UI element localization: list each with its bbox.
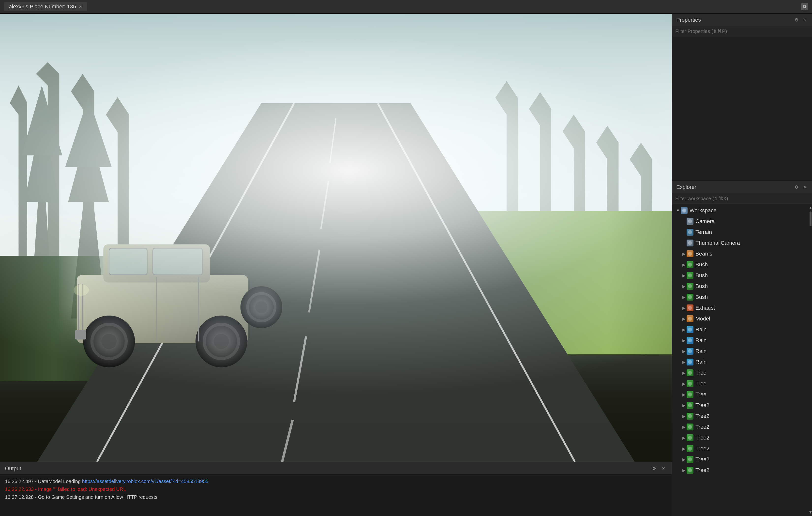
tree-arrow-tree2b[interactable]: ▶ <box>681 413 687 419</box>
tree-arrow-tree2g[interactable]: ▶ <box>681 467 687 473</box>
tree-arrow-bush1[interactable]: ▶ <box>681 262 687 267</box>
tree-arrow-tree2a[interactable]: ▶ <box>681 403 687 408</box>
explorer-item-beams[interactable]: ▶Beams <box>672 249 809 259</box>
tree-arrow-beams[interactable]: ▶ <box>681 251 687 257</box>
tree-arrow-tree2e[interactable]: ▶ <box>681 446 687 451</box>
explorer-item-rain4[interactable]: ▶Rain <box>672 356 809 368</box>
svg-point-46 <box>688 230 692 234</box>
tree-icon-thumbnail <box>687 239 693 247</box>
explorer-header: Explorer ⚙ × <box>672 181 812 193</box>
explorer-filter-bar[interactable] <box>672 193 812 204</box>
explorer-item-bush3[interactable]: ▶Bush <box>672 281 809 292</box>
log-text-2: 16:26:22.633 - Image "" failed to load: … <box>5 486 126 492</box>
scroll-up-arrow[interactable]: ▲ <box>808 205 812 210</box>
svg-point-49 <box>688 263 692 267</box>
tree-arrow-workspace[interactable]: ▼ <box>675 208 681 213</box>
tree-label-rain1: Rain <box>695 326 809 333</box>
explorer-item-tree2f[interactable]: ▶Tree2 <box>672 454 809 465</box>
explorer-item-tree2[interactable]: ▶Tree <box>672 378 809 389</box>
tree-arrow-rain3[interactable]: ▶ <box>681 348 687 354</box>
explorer-item-rain3[interactable]: ▶Rain <box>672 346 809 356</box>
tree-arrow-bush3[interactable]: ▶ <box>681 284 687 289</box>
tree-icon-workspace <box>681 207 688 214</box>
svg-point-53 <box>688 306 692 310</box>
explorer-filter-input[interactable] <box>675 196 809 201</box>
explorer-item-tree2d[interactable]: ▶Tree2 <box>672 432 809 443</box>
tree-label-tree1: Tree <box>695 370 809 376</box>
tree-arrow-exhaust[interactable]: ▶ <box>681 305 687 311</box>
explorer-item-tree2a[interactable]: ▶Tree2 <box>672 400 809 411</box>
explorer-item-terrain[interactable]: Terrain <box>672 227 809 237</box>
explorer-item-tree2b[interactable]: ▶Tree2 <box>672 411 809 422</box>
svg-point-57 <box>688 349 692 353</box>
explorer-item-tree3[interactable]: ▶Tree <box>672 389 809 400</box>
properties-close-icon[interactable]: × <box>802 17 808 23</box>
explorer-item-bush4[interactable]: ▶Bush <box>672 292 809 303</box>
log-line-2: 16:26:22.633 - Image "" failed to load: … <box>5 486 667 493</box>
properties-filter-input[interactable] <box>675 29 809 34</box>
tree-arrow-model[interactable]: ▶ <box>681 316 687 321</box>
explorer-item-exhaust[interactable]: ▶Exhaust <box>672 303 809 313</box>
tab-close-button[interactable]: × <box>79 4 82 9</box>
tree-icon-terrain <box>687 229 693 236</box>
explorer-item-tree1[interactable]: ▶Tree <box>672 368 809 378</box>
tree-label-terrain: Terrain <box>695 229 809 235</box>
tree-icon-bush4 <box>687 294 693 300</box>
tree-arrow-bush4[interactable]: ▶ <box>681 294 687 300</box>
tree-arrow-terrain[interactable] <box>681 229 687 235</box>
log-url-1[interactable]: https://assetdelivery.roblox.com/v1/asse… <box>82 479 208 484</box>
explorer-item-rain1[interactable]: ▶Rain <box>672 324 809 335</box>
output-settings-icon[interactable]: ⚙ <box>651 465 658 472</box>
tree-icon-exhaust <box>687 305 693 311</box>
scroll-down-arrow[interactable]: ▼ <box>808 510 812 515</box>
svg-point-45 <box>688 220 692 223</box>
tree-arrow-tree2[interactable]: ▶ <box>681 381 687 386</box>
explorer-item-tree2e[interactable]: ▶Tree2 <box>672 443 809 454</box>
tree-arrow-tree3[interactable]: ▶ <box>681 392 687 397</box>
explorer-item-workspace[interactable]: ▼Workspace <box>672 205 809 216</box>
output-close-icon[interactable]: × <box>660 465 667 472</box>
tree-label-beams: Beams <box>695 251 809 257</box>
explorer-item-rain2[interactable]: ▶Rain <box>672 335 809 346</box>
tree-arrow-rain1[interactable]: ▶ <box>681 327 687 332</box>
tree-label-tree2f: Tree2 <box>695 456 809 463</box>
explorer-settings-icon[interactable]: ⚙ <box>793 184 800 190</box>
explorer-item-camera[interactable]: Camera <box>672 216 809 227</box>
svg-point-54 <box>688 317 692 321</box>
tree-icon-rain1 <box>687 326 693 333</box>
tree-arrow-tree2d[interactable]: ▶ <box>681 435 687 440</box>
svg-point-64 <box>688 425 692 429</box>
tree-arrow-bush2[interactable]: ▶ <box>681 273 687 278</box>
output-content: 16:26:22.497 - DataModel Loading https:/… <box>0 475 672 516</box>
game-viewport[interactable] <box>0 14 672 462</box>
properties-panel: Properties ⚙ × <box>672 14 812 181</box>
tree-arrow-tree2f[interactable]: ▶ <box>681 457 687 462</box>
title-tab[interactable]: alexx5's Place Number: 135 × <box>4 2 87 11</box>
explorer-close-icon[interactable]: × <box>802 184 808 190</box>
restore-button[interactable]: ⧉ <box>801 3 808 10</box>
tree-label-tree2b: Tree2 <box>695 413 809 419</box>
properties-settings-icon[interactable]: ⚙ <box>793 17 800 23</box>
explorer-item-bush2[interactable]: ▶Bush <box>672 270 809 281</box>
explorer-item-bush1[interactable]: ▶Bush <box>672 259 809 270</box>
svg-point-67 <box>688 457 692 461</box>
svg-point-47 <box>688 241 692 245</box>
tree-label-workspace: Workspace <box>690 207 809 214</box>
output-title: Output <box>5 465 21 472</box>
tree-arrow-thumbnail[interactable] <box>681 240 687 246</box>
explorer-item-tree2g[interactable]: ▶Tree2 <box>672 465 809 476</box>
properties-filter-bar[interactable] <box>672 26 812 37</box>
explorer-item-thumbnail[interactable]: ThumbnailCamera <box>672 237 809 249</box>
tree-arrow-rain4[interactable]: ▶ <box>681 359 687 365</box>
tree-icon-tree2c <box>687 424 693 430</box>
output-panel: Output ⚙ × 16:26:22.497 - DataModel Load… <box>0 462 672 516</box>
output-header: Output ⚙ × <box>0 462 672 475</box>
tree-arrow-tree2c[interactable]: ▶ <box>681 424 687 430</box>
tree-arrow-camera[interactable] <box>681 219 687 224</box>
scroll-thumb[interactable] <box>810 211 812 226</box>
properties-title: Properties <box>676 17 701 23</box>
explorer-item-model[interactable]: ▶Model <box>672 313 809 324</box>
explorer-item-tree2c[interactable]: ▶Tree2 <box>672 422 809 432</box>
tree-arrow-tree1[interactable]: ▶ <box>681 370 687 376</box>
tree-arrow-rain2[interactable]: ▶ <box>681 338 687 343</box>
